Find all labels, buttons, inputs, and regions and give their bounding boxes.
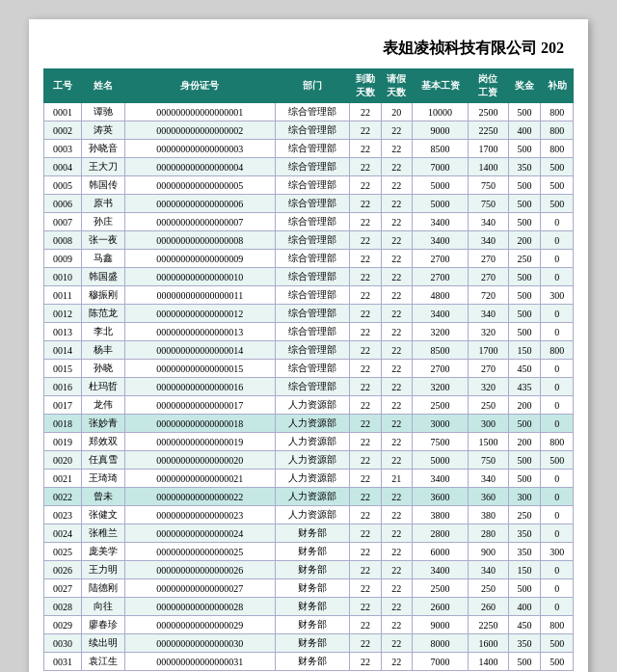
- table-cell: 000000000000000020: [125, 451, 275, 470]
- table-cell: 22: [381, 268, 412, 286]
- table-cell: 22: [350, 598, 381, 616]
- table-cell: 22: [350, 579, 381, 598]
- table-cell: 22: [350, 231, 381, 250]
- table-row: 0018张妙青000000000000000018人力资源部2222300030…: [44, 415, 574, 433]
- table-cell: 0: [541, 579, 574, 598]
- table-cell: 7500: [412, 433, 468, 451]
- table-cell: 500: [541, 451, 574, 470]
- table-cell: 22: [350, 451, 381, 470]
- table-cell: 22: [381, 561, 412, 579]
- table-cell: 500: [541, 158, 574, 176]
- table-cell: 2800: [412, 524, 468, 543]
- table-cell: 500: [508, 176, 541, 195]
- table-row: 0023张健文000000000000000023人力资源部2222380038…: [44, 506, 574, 524]
- table-cell: 财务部: [275, 579, 350, 598]
- table-cell: 000000000000000013: [125, 323, 275, 341]
- table-cell: 9000: [412, 121, 468, 140]
- table-cell: 1400: [469, 158, 508, 176]
- table-cell: 综合管理部: [275, 341, 350, 360]
- header-dept: 部门: [275, 69, 350, 103]
- table-cell: 000000000000000021: [125, 470, 275, 488]
- table-cell: 000000000000000023: [125, 506, 275, 524]
- table-cell: 2250: [469, 616, 508, 634]
- table-cell: 综合管理部: [275, 231, 350, 250]
- table-cell: 人力资源部: [275, 470, 350, 488]
- table-cell: 800: [541, 103, 574, 121]
- table-row: 0019郑效双000000000000000019人力资源部2222750015…: [44, 433, 574, 451]
- table-cell: 500: [508, 286, 541, 305]
- table-row: 0022曾未000000000000000022人力资源部22223600360…: [44, 488, 574, 506]
- table-cell: 0006: [44, 195, 82, 213]
- table-cell: 250: [469, 579, 508, 598]
- table-cell: 3400: [412, 305, 468, 323]
- table-cell: 张健文: [81, 506, 124, 524]
- table-cell: 000000000000000015: [125, 360, 275, 378]
- table-cell: 22: [350, 378, 381, 396]
- table-cell: 0: [541, 561, 574, 579]
- table-cell: 340: [469, 305, 508, 323]
- table-cell: 0: [541, 506, 574, 524]
- header-bonus: 奖金: [508, 69, 541, 103]
- table-cell: 0023: [44, 506, 82, 524]
- table-cell: 孙晓: [81, 360, 124, 378]
- table-cell: 000000000000000002: [125, 121, 275, 140]
- header-days2: 请假天数: [381, 69, 412, 103]
- table-cell: 0026: [44, 561, 82, 579]
- table-cell: 王大刀: [81, 158, 124, 176]
- table-cell: 350: [508, 634, 541, 653]
- table-cell: 22: [381, 158, 412, 176]
- table-row: 0006原书000000000000000006综合管理部22225000750…: [44, 195, 574, 213]
- table-row: 0024张稚兰000000000000000024财务部222228002803…: [44, 524, 574, 543]
- table-cell: 22: [350, 250, 381, 268]
- table-cell: 500: [541, 634, 574, 653]
- table-cell: 000000000000000018: [125, 415, 275, 433]
- table-cell: 马鑫: [81, 250, 124, 268]
- table-cell: 0: [541, 360, 574, 378]
- table-cell: 22: [381, 378, 412, 396]
- table-row: 0021王琦琦000000000000000021人力资源部2221340034…: [44, 470, 574, 488]
- table-cell: 750: [469, 451, 508, 470]
- table-cell: 270: [469, 268, 508, 286]
- table-cell: 综合管理部: [275, 158, 350, 176]
- table-cell: 22: [381, 140, 412, 158]
- table-body: 0001谭驰000000000000000001综合管理部22201000025…: [44, 103, 574, 671]
- table-cell: 500: [541, 176, 574, 195]
- table-cell: 22: [350, 341, 381, 360]
- table-cell: 22: [350, 195, 381, 213]
- table-cell: 360: [469, 488, 508, 506]
- table-row: 0015孙晓000000000000000015综合管理部22222700270…: [44, 360, 574, 378]
- table-cell: 22: [350, 176, 381, 195]
- table-row: 0027陆德刚000000000000000027财务部222225002505…: [44, 579, 574, 598]
- table-cell: 000000000000000027: [125, 579, 275, 598]
- table-cell: 综合管理部: [275, 286, 350, 305]
- table-cell: 150: [508, 561, 541, 579]
- table-cell: 750: [469, 195, 508, 213]
- table-cell: 900: [469, 543, 508, 561]
- table-cell: 综合管理部: [275, 121, 350, 140]
- table-cell: 22: [381, 524, 412, 543]
- table-cell: 200: [508, 231, 541, 250]
- table-row: 0012陈范龙000000000000000012综合管理部2222340034…: [44, 305, 574, 323]
- table-cell: 4800: [412, 286, 468, 305]
- table-cell: 000000000000000030: [125, 634, 275, 653]
- table-cell: 0001: [44, 103, 82, 121]
- table-cell: 380: [469, 506, 508, 524]
- table-cell: 3400: [412, 561, 468, 579]
- table-row: 0010韩国盛000000000000000010综合管理部2222270027…: [44, 268, 574, 286]
- table-row: 0001谭驰000000000000000001综合管理部22201000025…: [44, 103, 574, 121]
- table-cell: 22: [350, 305, 381, 323]
- table-row: 0003孙晓音000000000000000003综合管理部2222850017…: [44, 140, 574, 158]
- table-cell: 22: [350, 323, 381, 341]
- table-cell: 0: [541, 323, 574, 341]
- table-cell: 0020: [44, 451, 82, 470]
- table-row: 0029廖春珍000000000000000029财务部222290002250…: [44, 616, 574, 634]
- header-name: 姓名: [81, 69, 124, 103]
- table-cell: 270: [469, 360, 508, 378]
- table-cell: 000000000000000031: [125, 653, 275, 671]
- table-cell: 杨丰: [81, 341, 124, 360]
- table-cell: 22: [381, 195, 412, 213]
- table-cell: 财务部: [275, 543, 350, 561]
- table-cell: 000000000000000005: [125, 176, 275, 195]
- table-cell: 8500: [412, 341, 468, 360]
- table-cell: 22: [350, 158, 381, 176]
